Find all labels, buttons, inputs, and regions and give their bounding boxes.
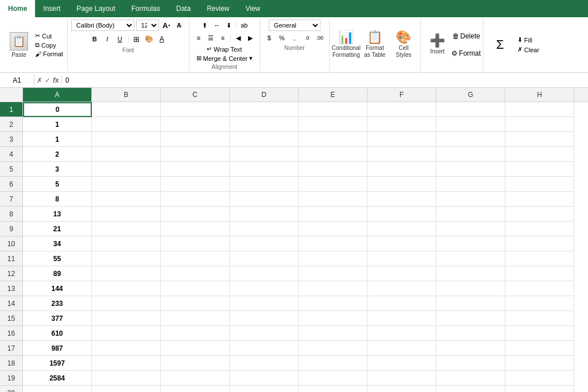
row-header-2[interactable]: 2	[0, 117, 23, 132]
cell-F17[interactable]	[368, 341, 436, 356]
cell-G19[interactable]	[436, 371, 505, 386]
cell-H7[interactable]	[505, 192, 574, 207]
cancel-formula-icon[interactable]: ✗	[37, 76, 42, 84]
tab-page-layout[interactable]: Page Layout	[68, 0, 123, 17]
cell-E11[interactable]	[299, 251, 368, 266]
cell-B10[interactable]	[92, 236, 161, 251]
cell-F20[interactable]	[368, 386, 436, 392]
cell-A1[interactable]: 0	[23, 102, 92, 117]
cell-B12[interactable]	[92, 266, 161, 281]
cell-F12[interactable]	[368, 266, 436, 281]
cell-F15[interactable]	[368, 311, 436, 326]
increase-decimal-button[interactable]: .0	[301, 32, 313, 44]
font-family-select[interactable]: Calibri (Body)	[71, 20, 134, 31]
decrease-decimal-button[interactable]: .00	[314, 32, 326, 44]
cell-E4[interactable]	[299, 147, 368, 162]
cell-A18[interactable]: 1597	[23, 356, 92, 371]
italic-button[interactable]: I	[102, 33, 113, 45]
cell-D5[interactable]	[230, 162, 299, 177]
align-right-button[interactable]: ≡	[217, 32, 229, 44]
align-left-button[interactable]: ≡	[193, 32, 204, 44]
cell-A4[interactable]: 2	[23, 147, 92, 162]
decrease-font-button[interactable]: A-	[174, 20, 185, 31]
col-header-D[interactable]: D	[230, 88, 299, 102]
row-header-8[interactable]: 8	[0, 207, 23, 222]
cell-G13[interactable]	[436, 281, 505, 296]
cell-D15[interactable]	[230, 311, 299, 326]
cell-A8[interactable]: 13	[23, 207, 92, 222]
cell-A5[interactable]: 3	[23, 162, 92, 177]
cell-E2[interactable]	[299, 117, 368, 132]
decrease-indent-button[interactable]: ◀	[233, 32, 244, 44]
cell-H4[interactable]	[505, 147, 574, 162]
cell-H15[interactable]	[505, 311, 574, 326]
cell-A3[interactable]: 1	[23, 132, 92, 147]
cell-F13[interactable]	[368, 281, 436, 296]
cell-G16[interactable]	[436, 326, 505, 341]
col-header-C[interactable]: C	[161, 88, 230, 102]
cell-E6[interactable]	[299, 177, 368, 192]
cell-B7[interactable]	[92, 192, 161, 207]
row-header-5[interactable]: 5	[0, 162, 23, 177]
confirm-formula-icon[interactable]: ✓	[45, 76, 51, 84]
cell-C1[interactable]	[161, 102, 230, 117]
row-header-13[interactable]: 13	[0, 281, 23, 296]
copy-button[interactable]: ⧉ Copy	[33, 41, 65, 49]
cell-H2[interactable]	[505, 117, 574, 132]
col-header-H[interactable]: H	[505, 88, 574, 102]
cell-G14[interactable]	[436, 296, 505, 311]
cell-D18[interactable]	[230, 356, 299, 371]
insert-function-icon[interactable]: fx	[53, 76, 59, 84]
fill-button[interactable]: ⬇ Fill	[516, 36, 541, 44]
cell-H9[interactable]	[505, 222, 574, 236]
delete-button[interactable]: 🗑 Delete	[453, 28, 479, 44]
cell-A12[interactable]: 89	[23, 266, 92, 281]
cell-C11[interactable]	[161, 251, 230, 266]
cell-D17[interactable]	[230, 341, 299, 356]
cell-G20[interactable]	[436, 386, 505, 392]
row-header-18[interactable]: 18	[0, 356, 23, 371]
col-header-E[interactable]: E	[299, 88, 368, 102]
cell-F5[interactable]	[368, 162, 436, 177]
cell-E9[interactable]	[299, 222, 368, 236]
align-center-button[interactable]: ☰	[205, 32, 216, 44]
cell-F10[interactable]	[368, 236, 436, 251]
cell-D6[interactable]	[230, 177, 299, 192]
cell-G15[interactable]	[436, 311, 505, 326]
cell-B5[interactable]	[92, 162, 161, 177]
row-header-9[interactable]: 9	[0, 222, 23, 236]
cell-C6[interactable]	[161, 177, 230, 192]
cell-F8[interactable]	[368, 207, 436, 222]
cell-D12[interactable]	[230, 266, 299, 281]
cell-E19[interactable]	[299, 371, 368, 386]
comma-button[interactable]: ,	[289, 32, 300, 44]
cell-F1[interactable]	[368, 102, 436, 117]
cell-A20[interactable]	[23, 386, 92, 392]
align-bottom-button[interactable]: ⬇	[223, 20, 234, 31]
cell-E8[interactable]	[299, 207, 368, 222]
row-header-11[interactable]: 11	[0, 251, 23, 266]
cell-D1[interactable]	[230, 102, 299, 117]
cell-C17[interactable]	[161, 341, 230, 356]
cell-G5[interactable]	[436, 162, 505, 177]
row-header-1[interactable]: 1	[0, 102, 23, 117]
insert-button[interactable]: ➕ Insert	[424, 28, 451, 61]
font-color-button[interactable]: A	[156, 33, 168, 45]
cell-E5[interactable]	[299, 162, 368, 177]
row-header-14[interactable]: 14	[0, 296, 23, 311]
cell-D14[interactable]	[230, 296, 299, 311]
cell-G2[interactable]	[436, 117, 505, 132]
cell-C14[interactable]	[161, 296, 230, 311]
cell-H5[interactable]	[505, 162, 574, 177]
increase-indent-button[interactable]: ▶	[245, 32, 256, 44]
cell-D3[interactable]	[230, 132, 299, 147]
cell-C9[interactable]	[161, 222, 230, 236]
row-header-19[interactable]: 19	[0, 371, 23, 386]
cell-H8[interactable]	[505, 207, 574, 222]
cell-F2[interactable]	[368, 117, 436, 132]
cell-H17[interactable]	[505, 341, 574, 356]
clear-button[interactable]: ✗ Clear	[516, 45, 541, 54]
cell-H19[interactable]	[505, 371, 574, 386]
format-cells-button[interactable]: ⚙ Format	[453, 45, 479, 61]
cell-B6[interactable]	[92, 177, 161, 192]
